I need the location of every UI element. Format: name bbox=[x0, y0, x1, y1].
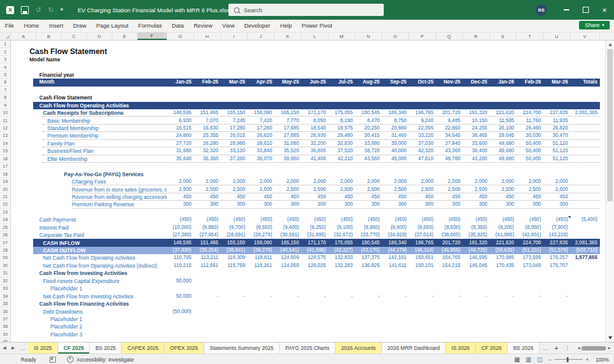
row-34[interactable]: 34Net Cash Flow from Investing Activitie… bbox=[0, 292, 605, 300]
ribbon-tab-insert[interactable]: Insert bbox=[44, 20, 68, 32]
cell-value[interactable]: 35,640 bbox=[167, 155, 194, 163]
cell-value[interactable]: 227,835 bbox=[543, 239, 570, 247]
row-27[interactable]: 27CASH INFLOW148,595151,465155,150158,09… bbox=[0, 239, 605, 246]
cell-value[interactable]: (9,250) bbox=[301, 224, 328, 231]
row-40[interactable]: 40 bbox=[0, 338, 605, 342]
cell-value[interactable]: 47,610 bbox=[409, 155, 436, 163]
row-number-36[interactable]: 36 bbox=[0, 308, 11, 315]
cell-value[interactable]: (8,500) bbox=[436, 224, 463, 231]
cell-value[interactable]: 8,050 bbox=[301, 117, 328, 125]
cell-label[interactable]: Month bbox=[11, 79, 167, 86]
row-4[interactable]: 4 bbox=[0, 63, 605, 71]
cell-label[interactable]: Elite Membership bbox=[11, 155, 167, 163]
sheet-tab-statements-summary-2025[interactable]: Statements Summary 2025 bbox=[204, 343, 280, 354]
cell-value[interactable]: 129,575 bbox=[301, 254, 328, 261]
cell-value[interactable]: 37,030 bbox=[409, 140, 436, 147]
cell-value[interactable]: (44,725) bbox=[463, 247, 490, 254]
zoom-percentage[interactable]: 100% bbox=[594, 357, 609, 363]
cell-label[interactable]: Revenue from selling charging accessorie bbox=[11, 193, 167, 201]
cell-label[interactable]: Cash Receipts for Subscriptions bbox=[11, 109, 167, 117]
excel-app-icon[interactable]: X bbox=[6, 6, 14, 14]
cell-value[interactable]: 9,485 bbox=[436, 117, 463, 125]
column-header-R[interactable]: R bbox=[463, 33, 490, 40]
cell-value[interactable]: 142,161 bbox=[382, 254, 409, 261]
cell-value[interactable]: (37,830) bbox=[167, 247, 194, 254]
minimize-button[interactable] bbox=[557, 0, 576, 20]
cell-value[interactable]: 300 bbox=[409, 201, 436, 208]
row-9[interactable]: 9Cash Flow from Operating Activities bbox=[0, 102, 605, 109]
cell-value[interactable]: 11,935 bbox=[543, 117, 570, 125]
row-25[interactable]: 25Interest Paid(10,000)(9,850)(9,700)(9,… bbox=[0, 224, 605, 231]
row-30[interactable]: 30Net Cash Flow from Operating Activitie… bbox=[0, 262, 605, 269]
cell-value[interactable]: 2,500 bbox=[167, 186, 194, 193]
cell-value[interactable]: May-25 bbox=[274, 79, 301, 86]
cell-value[interactable]: (450) bbox=[436, 216, 463, 223]
cell-label[interactable]: Financial year bbox=[11, 71, 167, 79]
cell-value[interactable]: - bbox=[247, 293, 274, 300]
row-number-2[interactable]: 2 bbox=[0, 48, 11, 55]
cell-value[interactable]: 36,800 bbox=[301, 147, 328, 155]
close-button[interactable]: × bbox=[595, 0, 614, 20]
column-header-F[interactable]: F bbox=[138, 33, 167, 40]
cell-value[interactable]: 8,190 bbox=[328, 117, 356, 125]
row-26[interactable]: 26Corporate Tax Paid(27,380)(27,954)(28,… bbox=[0, 231, 605, 239]
redo-icon[interactable]: ↻ bbox=[48, 7, 53, 14]
share-button[interactable]: Share ▾ bbox=[579, 21, 610, 29]
cell-value[interactable]: (450) bbox=[301, 216, 328, 223]
cell-value[interactable]: 113,211 bbox=[194, 254, 221, 261]
row-number-33[interactable]: 33 bbox=[0, 285, 11, 292]
cell-value[interactable]: 175,707 bbox=[543, 262, 570, 269]
row-21[interactable]: 21Revenue from selling charging accessor… bbox=[0, 193, 605, 201]
cell-value[interactable]: 170,435 bbox=[490, 262, 517, 269]
cell-value[interactable]: 29,610 bbox=[247, 140, 274, 147]
hscroll-left-icon[interactable]: ◂ bbox=[578, 346, 580, 350]
cell-value[interactable]: (450) bbox=[463, 216, 490, 223]
cell-value[interactable]: 7,770 bbox=[274, 117, 301, 125]
cell-value[interactable]: (32,672) bbox=[328, 231, 356, 239]
cell-value[interactable]: 300 bbox=[356, 201, 383, 208]
row-15[interactable]: 15Business/Fleet Plan31,68032,32033,1203… bbox=[0, 147, 605, 155]
cell-value[interactable]: (30,691) bbox=[274, 231, 301, 239]
select-all-corner[interactable] bbox=[0, 33, 11, 40]
ribbon-tab-home[interactable]: Home bbox=[19, 20, 44, 32]
cell-value[interactable]: (40,541) bbox=[274, 247, 301, 254]
row-24[interactable]: 24Cash Payments(450)(450)(450)(450)(450)… bbox=[0, 216, 605, 223]
cell-value[interactable]: 201,720 bbox=[436, 239, 463, 247]
cell-value[interactable]: 116,309 bbox=[221, 254, 248, 261]
row-number-24[interactable]: 24 bbox=[0, 216, 11, 223]
ribbon-tab-help[interactable]: Help bbox=[275, 20, 297, 32]
cell-value[interactable]: 26,820 bbox=[543, 125, 570, 132]
cell-value[interactable]: Jan-26 bbox=[490, 79, 517, 86]
column-header-O[interactable]: O bbox=[382, 33, 409, 40]
cell-label[interactable]: Cash Flow from Financing Activities bbox=[11, 300, 167, 308]
row-number-9[interactable]: 9 bbox=[0, 102, 11, 109]
cell-value[interactable]: 154,765 bbox=[436, 254, 463, 261]
cell-value[interactable]: 17,280 bbox=[221, 125, 248, 132]
cell-value[interactable]: 227,835 bbox=[543, 109, 570, 117]
cell-value[interactable]: 31,080 bbox=[274, 140, 301, 147]
row-22[interactable]: 22Premium Parking Revenue300300300300300… bbox=[0, 201, 605, 208]
cell-value[interactable]: 17,280 bbox=[247, 125, 274, 132]
cell-value[interactable]: (38,254) bbox=[194, 247, 221, 254]
cell-value[interactable]: 110,215 bbox=[167, 262, 194, 269]
cell-value[interactable]: Jun-25 bbox=[301, 79, 328, 86]
cell-value[interactable]: 450 bbox=[301, 193, 328, 201]
cell-value[interactable]: Dec-25 bbox=[463, 79, 490, 86]
sheet-nav-next-icon[interactable]: ▶ bbox=[9, 343, 17, 354]
column-header-S[interactable]: S bbox=[490, 33, 517, 40]
cell-value[interactable]: 7,420 bbox=[247, 117, 274, 125]
row-19[interactable]: 19Charging Fees2,0002,0002,0002,0002,000… bbox=[0, 178, 605, 185]
cell-value[interactable]: (37,014) bbox=[409, 231, 436, 239]
cell-value[interactable]: 6,930 bbox=[167, 117, 194, 125]
horizontal-scrollbar[interactable]: ◂ ▸ bbox=[578, 343, 614, 354]
cell-value[interactable]: 24,860 bbox=[167, 132, 194, 139]
row-13[interactable]: 13Premium Membership24,86025,35526,01526… bbox=[0, 132, 605, 139]
cell-total[interactable]: 2,081,365 bbox=[570, 239, 600, 247]
cell-total[interactable]: 1,577,655 bbox=[570, 254, 600, 261]
cell-label[interactable]: Corporate Tax Paid bbox=[11, 231, 167, 239]
cell-total[interactable]: Totals bbox=[570, 79, 600, 86]
cell-value[interactable]: 141,611 bbox=[382, 262, 409, 269]
cell-value[interactable]: 151,465 bbox=[194, 239, 221, 247]
cell-value[interactable]: 110,765 bbox=[167, 254, 194, 261]
cell-value[interactable]: 33,120 bbox=[221, 147, 248, 155]
